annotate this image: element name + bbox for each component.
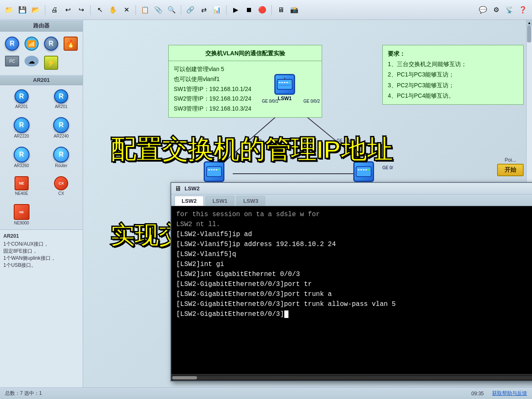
sidebar-item-pc[interactable]: PC	[3, 54, 21, 71]
terminal-line-3: [LSW2-Vlanif5]ip address 192.168.10.2 24	[176, 239, 532, 249]
toolbar-pan[interactable]: ✋	[107, 4, 119, 16]
terminal-hscrollbar[interactable]	[171, 374, 532, 381]
sidebar-item-ar3260[interactable]: R AR3260	[2, 145, 41, 170]
cx-label: CX	[58, 191, 64, 196]
toolbar-print[interactable]: 🖨	[49, 4, 60, 16]
toolbar-redo[interactable]: ↪	[75, 4, 87, 16]
toolbar-sep1	[45, 5, 45, 15]
svg-rect-17	[356, 167, 371, 177]
requirements-title: 要求：	[388, 49, 518, 59]
hscrollbar-thumb[interactable]	[172, 376, 197, 379]
terminal-line-8: [LSW2-GigabitEthernet0/0/3]port trunk a	[176, 289, 532, 299]
sidebar-item-ne9000[interactable]: NE NE9000	[2, 202, 41, 227]
ar201-grid: R AR201 R AR201	[0, 85, 83, 113]
terminal-titlebar: 🖥 LSW2 ⧉ — □ ✕	[171, 183, 532, 195]
toolbar-save[interactable]: 💾	[17, 4, 28, 16]
svg-rect-7	[286, 82, 288, 83]
toolbar-monitor[interactable]: 🖥	[275, 4, 287, 16]
terminal-line-4: [LSW2-Vlanif5]q	[176, 249, 532, 259]
ar2240-label: AR2240	[54, 134, 69, 138]
ar2240-icon: R	[53, 117, 69, 133]
vscrollbar-up[interactable]: ▲	[527, 20, 532, 26]
infobox-line-4: SW2管理IP：192.168.10.2/24	[174, 94, 317, 104]
terminal-line-7: [LSW2-GigabitEthernet0/0/3]port tr	[176, 279, 532, 289]
tab-lsw1[interactable]: LSW1	[205, 196, 234, 206]
wireless-icon: 📶	[25, 37, 39, 51]
svg-rect-15	[216, 169, 217, 170]
toolbar-sep2	[90, 5, 91, 15]
start-btn-area: Poi... 开始	[497, 157, 524, 176]
toolbar-play[interactable]: ▶	[230, 4, 241, 16]
sw1-icon	[274, 74, 295, 95]
toolbar-undo[interactable]: ↩	[62, 4, 74, 16]
toolbar-chat[interactable]: 💬	[477, 4, 489, 16]
terminal-line-6: [LSW2]int GigabitEthernet 0/0/3	[176, 269, 532, 279]
req-2: 2、PC1与PC3能够互访；	[388, 69, 518, 80]
toolbar-new[interactable]: 📁	[3, 4, 15, 16]
toolbar-link[interactable]: 🔗	[185, 4, 196, 16]
sidebar-item-ap[interactable]: R	[42, 35, 60, 52]
sw1-label: LSW1	[278, 96, 291, 101]
status-total: 总数：7 选中：1	[5, 390, 42, 397]
sidebar-item-power[interactable]: ⚡	[42, 54, 60, 71]
sidebar-info: AR201 1个CON/AUX接口， 固定8FE接口， 1个WAN侧uplink…	[0, 229, 83, 387]
toolbar-search[interactable]: 🔍	[166, 4, 177, 16]
req-4: 4、PC1与PC4能够互访。	[388, 91, 518, 101]
sidebar-item-cx[interactable]: CX CX	[42, 175, 81, 197]
canvas-area[interactable]: 交换机VLAN间的通信配置实验 可以创建管理vlan 5 也可以使用vlanif…	[83, 20, 532, 387]
router-label: Router	[55, 163, 67, 168]
sw1-port-ge001: GE 0/0/1	[262, 99, 278, 103]
toolbar-settings[interactable]: ⚙	[490, 4, 502, 16]
sidebar-item-ar2240[interactable]: R AR2240	[42, 116, 81, 140]
cx-icon: CX	[54, 176, 68, 190]
ar201-section-title: AR201	[0, 75, 83, 85]
ar201b-label: AR201	[55, 104, 68, 109]
router-icon: R	[53, 147, 69, 163]
toolbar-select[interactable]: ↖	[94, 4, 106, 16]
toolbar-delete[interactable]: ✕	[121, 4, 132, 16]
svg-rect-13	[211, 169, 212, 170]
ne9000-icon: NE	[14, 204, 30, 220]
toolbar-paste[interactable]: 📎	[153, 4, 164, 16]
toolbar-open[interactable]: 📂	[30, 4, 42, 16]
svg-rect-12	[208, 169, 210, 170]
ar3260-grid: R AR3260 R Router	[0, 143, 83, 172]
toolbar-shuffle[interactable]: ⇄	[198, 4, 209, 16]
toolbar-record[interactable]: 🔴	[256, 4, 268, 16]
sidebar-item-firewall[interactable]: 🔥	[62, 35, 79, 52]
start-button[interactable]: 开始	[497, 164, 524, 176]
sidebar-item-ar2220[interactable]: R AR2220	[2, 116, 41, 140]
req-1: 1、三台交换机之间能够互访；	[388, 59, 518, 69]
statusbar: 总数：7 选中：1 09:35 获取帮助与反馈	[0, 387, 532, 399]
terminal-content[interactable]: for this session on ta a sdsle w for LSW…	[171, 206, 532, 374]
toolbar-copy[interactable]: 📋	[139, 4, 151, 16]
toolbar-chart[interactable]: 📊	[211, 4, 223, 16]
req-3: 3、PC2与PC3能够互访；	[388, 80, 518, 91]
sidebar-item-ar201b[interactable]: R AR201	[42, 88, 81, 111]
sidebar-item-wireless[interactable]: 📶	[23, 35, 41, 52]
vscrollbar-thumb[interactable]	[527, 26, 531, 42]
ar201-label: AR201	[15, 104, 28, 109]
status-help[interactable]: 获取帮助与反馈	[492, 390, 527, 397]
ap-icon: R	[44, 37, 58, 51]
sw1-node[interactable]: LSW1	[274, 74, 295, 101]
pc-icon: PC	[5, 56, 19, 66]
sidebar-item-router[interactable]: R Router	[42, 145, 81, 170]
toolbar-screenshot[interactable]: 📸	[288, 4, 300, 16]
toolbar-sep6	[271, 5, 272, 15]
svg-rect-16	[218, 169, 220, 170]
toolbar-help[interactable]: ❓	[517, 4, 529, 16]
sidebar-item-ar201[interactable]: R AR201	[2, 88, 41, 111]
sidebar-item-ne40e[interactable]: NE NE40E	[2, 175, 41, 197]
firewall-icon: 🔥	[64, 37, 78, 51]
toolbar-network[interactable]: 📡	[504, 4, 515, 16]
terminal-window: 🖥 LSW2 ⧉ — □ ✕ LSW2 LSW1 LSW3 for this s…	[170, 182, 532, 382]
sidebar-item-cloud[interactable]: ☁	[23, 54, 41, 71]
ne9000-grid: NE NE9000	[0, 200, 83, 229]
tab-lsw3[interactable]: LSW3	[236, 196, 265, 206]
main-layout: 路由器 R 📶 R 🔥 PC ☁ ⚡	[0, 20, 532, 387]
tab-lsw2[interactable]: LSW2	[175, 196, 204, 206]
sidebar-item-router-r[interactable]: R	[3, 35, 21, 52]
toolbar-stop[interactable]: ⏹	[243, 4, 255, 16]
start-label: Poi...	[497, 157, 524, 163]
